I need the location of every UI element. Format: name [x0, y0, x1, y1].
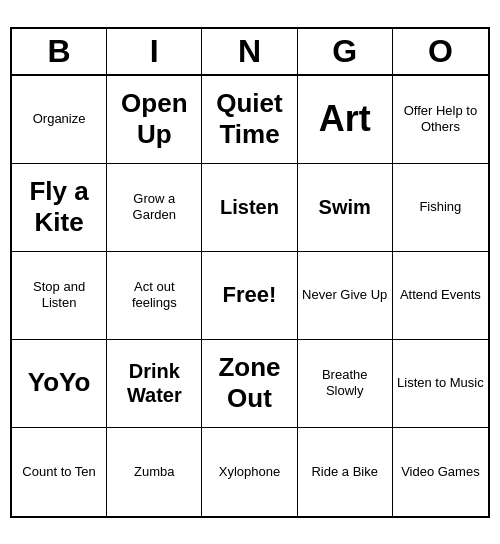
header-letter: G [298, 29, 393, 74]
bingo-cell: Video Games [393, 428, 488, 516]
bingo-cell: Count to Ten [12, 428, 107, 516]
cell-label: Listen [220, 195, 279, 219]
cell-label: Art [319, 97, 371, 140]
bingo-cell: Quiet Time [202, 76, 297, 164]
bingo-cell: Offer Help to Others [393, 76, 488, 164]
bingo-cell: YoYo [12, 340, 107, 428]
cell-label: Drink Water [111, 359, 197, 407]
bingo-cell: Zumba [107, 428, 202, 516]
cell-label: Zumba [134, 464, 174, 480]
cell-label: Act out feelings [111, 279, 197, 310]
bingo-cell: Art [298, 76, 393, 164]
cell-label: Quiet Time [206, 88, 292, 150]
cell-label: Xylophone [219, 464, 280, 480]
cell-label: Zone Out [206, 352, 292, 414]
cell-label: Listen to Music [397, 375, 484, 391]
bingo-cell: Swim [298, 164, 393, 252]
bingo-cell: Drink Water [107, 340, 202, 428]
cell-label: Breathe Slowly [302, 367, 388, 398]
bingo-header: BINGO [12, 29, 488, 76]
bingo-cell: Free! [202, 252, 297, 340]
bingo-card: BINGO OrganizeOpen UpQuiet TimeArtOffer … [10, 27, 490, 518]
cell-label: Free! [223, 282, 277, 308]
bingo-cell: Stop and Listen [12, 252, 107, 340]
bingo-cell: Open Up [107, 76, 202, 164]
cell-label: Video Games [401, 464, 480, 480]
header-letter: O [393, 29, 488, 74]
cell-label: Count to Ten [22, 464, 95, 480]
bingo-cell: Grow a Garden [107, 164, 202, 252]
cell-label: Grow a Garden [111, 191, 197, 222]
bingo-cell: Zone Out [202, 340, 297, 428]
bingo-cell: Ride a Bike [298, 428, 393, 516]
bingo-grid: OrganizeOpen UpQuiet TimeArtOffer Help t… [12, 76, 488, 516]
header-letter: I [107, 29, 202, 74]
header-letter: N [202, 29, 297, 74]
bingo-cell: Xylophone [202, 428, 297, 516]
header-letter: B [12, 29, 107, 74]
bingo-cell: Breathe Slowly [298, 340, 393, 428]
cell-label: Never Give Up [302, 287, 387, 303]
cell-label: Fishing [419, 199, 461, 215]
cell-label: Fly a Kite [16, 176, 102, 238]
cell-label: Open Up [111, 88, 197, 150]
bingo-cell: Organize [12, 76, 107, 164]
bingo-cell: Attend Events [393, 252, 488, 340]
cell-label: Offer Help to Others [397, 103, 484, 134]
bingo-cell: Listen to Music [393, 340, 488, 428]
cell-label: Attend Events [400, 287, 481, 303]
bingo-cell: Act out feelings [107, 252, 202, 340]
cell-label: Stop and Listen [16, 279, 102, 310]
bingo-cell: Fishing [393, 164, 488, 252]
cell-label: Swim [319, 195, 371, 219]
bingo-cell: Never Give Up [298, 252, 393, 340]
cell-label: Ride a Bike [311, 464, 377, 480]
bingo-cell: Listen [202, 164, 297, 252]
bingo-cell: Fly a Kite [12, 164, 107, 252]
cell-label: YoYo [28, 367, 91, 398]
cell-label: Organize [33, 111, 86, 127]
